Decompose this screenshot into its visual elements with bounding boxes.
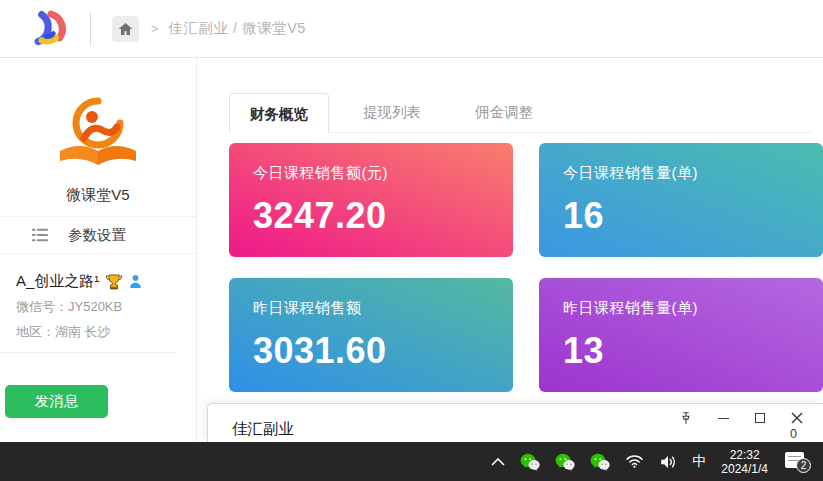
home-button[interactable] (112, 16, 139, 42)
stat-card-label: 昨日课程销售量(单) (563, 299, 799, 318)
stat-card-value: 3031.60 (253, 330, 489, 372)
sidebar: 微课堂V5 参数设置 A_创业之路¹ (0, 58, 197, 442)
stat-card-value: 16 (563, 195, 799, 237)
close-button[interactable] (789, 410, 805, 426)
taskbar-clock[interactable]: 22:32 2024/1/4 (721, 448, 768, 476)
tab-commission-adjust[interactable]: 佣金调整 (455, 92, 553, 132)
breadcrumb[interactable]: 佳汇副业 / 微课堂V5 (169, 19, 306, 38)
maximize-icon (755, 413, 765, 423)
wechat-tray-icon-3[interactable] (590, 453, 610, 471)
user-person-icon[interactable] (129, 274, 142, 289)
chat-window-title: 佳汇副业 (232, 419, 294, 440)
app-header: > 佳汇副业 / 微课堂V5 (0, 0, 823, 58)
ime-indicator[interactable]: 中 (692, 453, 706, 471)
pin-button[interactable] (678, 410, 694, 426)
stat-card-today-sales: 今日课程销售额(元) 3247.20 (229, 143, 513, 257)
minimize-button[interactable] (715, 410, 731, 426)
user-info: A_创业之路¹ 微信号：JY520KB 地区：湖南 长沙 (16, 272, 186, 341)
trophy-icon (105, 273, 123, 290)
sidebar-item-label: 参数设置 (68, 226, 126, 245)
volume-icon[interactable] (659, 454, 677, 470)
minimize-icon (718, 418, 729, 419)
desktop-screen: > 佳汇副业 / 微课堂V5 微课堂V5 参数设置 A_创业之路 (0, 0, 823, 481)
stat-card-value: 3247.20 (253, 195, 489, 237)
maximize-button[interactable] (752, 410, 768, 426)
shop-logo-icon (54, 94, 142, 176)
window-controls (678, 410, 805, 426)
stat-card-label: 今日课程销售额(元) (253, 164, 489, 183)
stat-card-label: 今日课程销售量(单) (563, 164, 799, 183)
stat-card-today-orders: 今日课程销售量(单) 16 (539, 143, 823, 257)
settings-list-icon (30, 227, 50, 243)
chat-window-overflow-text: 0 (790, 427, 797, 441)
breadcrumb-chevron-icon: > (151, 21, 159, 36)
main-content: 财务概览 提现列表 佣金调整 今日课程销售额(元) 3247.20 今日课程销售… (198, 58, 823, 442)
notification-center-button[interactable]: 2 (785, 451, 811, 473)
wechat-tray-icon-1[interactable] (520, 453, 540, 471)
chat-window[interactable]: 佳汇副业 0 (207, 403, 823, 442)
tab-withdraw-list[interactable]: 提现列表 (343, 92, 441, 132)
stat-card-label: 昨日课程销售额 (253, 299, 489, 318)
sidebar-divider (0, 352, 176, 353)
app-logo-icon (24, 6, 70, 52)
taskbar-time: 22:32 (721, 448, 768, 462)
stat-cards: 今日课程销售额(元) 3247.20 今日课程销售量(单) 16 昨日课程销售额… (229, 143, 823, 392)
close-icon (791, 412, 803, 424)
shop-name: 微课堂V5 (0, 186, 196, 205)
pin-icon (679, 411, 693, 425)
home-icon (118, 22, 133, 36)
stat-card-value: 13 (563, 330, 799, 372)
taskbar: 中 22:32 2024/1/4 2 (0, 442, 823, 481)
taskbar-date: 2024/1/4 (721, 462, 768, 476)
tab-bar: 财务概览 提现列表 佣金调整 (229, 93, 813, 133)
user-region: 地区：湖南 长沙 (16, 323, 186, 341)
user-wechat-id: 微信号：JY520KB (16, 298, 186, 316)
stat-card-yesterday-sales: 昨日课程销售额 3031.60 (229, 278, 513, 392)
wifi-icon[interactable] (625, 454, 644, 469)
wechat-tray-icon-2[interactable] (555, 453, 575, 471)
tray-chevron-up-icon[interactable] (491, 458, 505, 466)
send-message-button[interactable]: 发消息 (5, 385, 108, 418)
sidebar-item-settings[interactable]: 参数设置 (0, 216, 196, 254)
notification-badge: 2 (796, 458, 811, 473)
stat-card-yesterday-orders: 昨日课程销售量(单) 13 (539, 278, 823, 392)
header-divider (90, 12, 91, 46)
user-name: A_创业之路¹ (16, 272, 99, 291)
tab-finance-overview[interactable]: 财务概览 (229, 93, 329, 133)
